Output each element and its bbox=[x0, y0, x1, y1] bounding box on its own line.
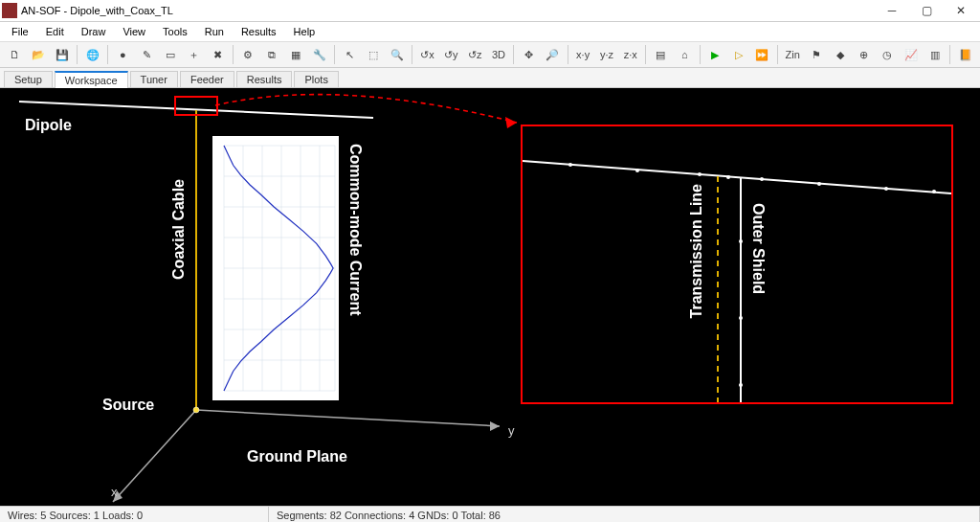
toolbar-globe-icon[interactable]: 🌐 bbox=[81, 43, 103, 66]
toolbar: 🗋📂💾🌐●✎▭＋✖⚙⧉▦🔧↖⬚🔍↺x↺y↺z3D✥🔎x·yy·zz·x▤⌂▶▷⏩… bbox=[0, 42, 980, 68]
toolbar-select-icon[interactable]: ⬚ bbox=[363, 43, 385, 66]
toolbar-magnify-icon[interactable]: 🔎 bbox=[542, 43, 564, 66]
toolbar-new-icon[interactable]: 🗋 bbox=[4, 43, 26, 66]
toolbar-zx-icon[interactable]: z·x bbox=[619, 43, 641, 66]
toolbar-fwd-icon[interactable]: ⏩ bbox=[751, 43, 773, 66]
window-title: AN-SOF - Dipole_with_Coax_TL bbox=[21, 5, 875, 16]
toolbar-home-icon[interactable]: ⌂ bbox=[674, 43, 696, 66]
toolbar-book-icon[interactable]: 📙 bbox=[954, 43, 976, 66]
toolbar-step-icon[interactable]: ▷ bbox=[727, 43, 749, 66]
menu-run[interactable]: Run bbox=[197, 24, 232, 39]
minimize-button[interactable]: ─ bbox=[875, 0, 909, 21]
menu-help[interactable]: Help bbox=[286, 24, 323, 39]
status-bar: Wires: 5 Sources: 1 Loads: 0 Segments: 8… bbox=[0, 506, 980, 522]
workspace-viewport[interactable]: Dipole Coaxial Cable Common-mode Current… bbox=[0, 88, 980, 506]
maximize-button[interactable]: ▢ bbox=[909, 0, 944, 21]
menubar: File Edit Draw View Tools Run Results He… bbox=[0, 22, 980, 42]
toolbar-x-icon[interactable]: ✖ bbox=[207, 43, 229, 66]
source-marker bbox=[0, 88, 980, 506]
toolbar-clock-icon[interactable]: ◷ bbox=[877, 43, 899, 66]
toolbar-zoom-icon[interactable]: 🔍 bbox=[386, 43, 408, 66]
toolbar-save-icon[interactable]: 💾 bbox=[52, 43, 74, 66]
toolbar-panel-icon[interactable]: ▤ bbox=[650, 43, 672, 66]
tab-bar: SetupWorkspaceTunerFeederResultsPlots bbox=[0, 68, 980, 88]
toolbar-cursor-icon[interactable]: ↖ bbox=[339, 43, 361, 66]
toolbar-pencil-icon[interactable]: ✎ bbox=[136, 43, 158, 66]
tab-plots[interactable]: Plots bbox=[294, 71, 338, 87]
menu-file[interactable]: File bbox=[4, 24, 36, 39]
toolbar-overlap-icon[interactable]: ⧉ bbox=[261, 43, 283, 66]
menu-edit[interactable]: Edit bbox=[38, 24, 72, 39]
status-left: Wires: 5 Sources: 1 Loads: 0 bbox=[0, 507, 269, 522]
tab-tuner[interactable]: Tuner bbox=[130, 71, 178, 87]
toolbar-play-icon[interactable]: ▶ bbox=[704, 43, 726, 66]
toolbar-yz-icon[interactable]: y·z bbox=[596, 43, 618, 66]
toolbar-rot-z-icon[interactable]: ↺z bbox=[464, 43, 486, 66]
toolbar-plus-icon[interactable]: ＋ bbox=[183, 43, 205, 66]
tab-setup[interactable]: Setup bbox=[4, 71, 53, 87]
menu-tools[interactable]: Tools bbox=[155, 24, 195, 39]
status-mid: Segments: 82 Connections: 4 GNDs: 0 Tota… bbox=[269, 507, 980, 522]
menu-results[interactable]: Results bbox=[234, 24, 284, 39]
toolbar-square-icon[interactable]: ▭ bbox=[160, 43, 182, 66]
toolbar-diamond-icon[interactable]: ◆ bbox=[829, 43, 851, 66]
close-button[interactable]: ✕ bbox=[944, 0, 978, 21]
toolbar-chart-icon[interactable]: 📈 bbox=[901, 43, 923, 66]
toolbar-flag-icon[interactable]: ⚑ bbox=[806, 43, 828, 66]
tab-results[interactable]: Results bbox=[236, 71, 293, 87]
titlebar: AN-SOF - Dipole_with_Coax_TL ─ ▢ ✕ bbox=[0, 0, 980, 22]
toolbar-move-icon[interactable]: ✥ bbox=[518, 43, 540, 66]
toolbar-earth-icon[interactable]: ⊕ bbox=[853, 43, 875, 66]
toolbar-xy-icon[interactable]: x·y bbox=[572, 43, 594, 66]
tab-feeder[interactable]: Feeder bbox=[180, 71, 234, 87]
toolbar-circle-icon[interactable]: ● bbox=[112, 43, 134, 66]
menu-draw[interactable]: Draw bbox=[74, 24, 114, 39]
toolbar-grid-icon[interactable]: ▦ bbox=[284, 43, 306, 66]
toolbar-Z-icon[interactable]: Zin bbox=[782, 43, 804, 66]
svg-point-37 bbox=[193, 407, 199, 413]
toolbar-rot-x-icon[interactable]: ↺x bbox=[416, 43, 438, 66]
toolbar-wrench-icon[interactable]: 🔧 bbox=[308, 43, 330, 66]
toolbar-sheet-icon[interactable]: ▥ bbox=[924, 43, 947, 66]
toolbar-gear-icon[interactable]: ⚙ bbox=[237, 43, 259, 66]
toolbar-open-icon[interactable]: 📂 bbox=[28, 43, 50, 66]
menu-view[interactable]: View bbox=[115, 24, 153, 39]
toolbar-rot-y-icon[interactable]: ↺y bbox=[440, 43, 462, 66]
tab-workspace[interactable]: Workspace bbox=[55, 71, 128, 88]
toolbar-3d-icon[interactable]: 3D bbox=[488, 43, 510, 66]
app-icon bbox=[2, 3, 17, 18]
